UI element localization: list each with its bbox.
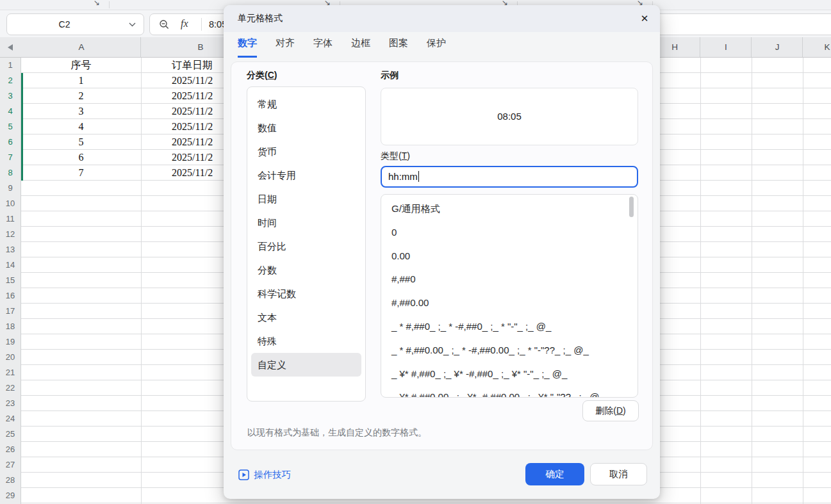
row-header[interactable]: 8 bbox=[0, 165, 21, 181]
category-option[interactable]: 百分比 bbox=[251, 234, 361, 258]
cell[interactable]: 1 bbox=[21, 73, 141, 88]
row-header[interactable]: 7 bbox=[0, 150, 21, 165]
row-header[interactable]: 20 bbox=[0, 350, 21, 365]
row-header[interactable]: 3 bbox=[0, 88, 21, 104]
delete-button[interactable]: 删除(D) bbox=[582, 400, 639, 421]
selection-indicator-bar bbox=[21, 73, 23, 181]
row-header[interactable]: 22 bbox=[0, 380, 21, 396]
fx-icon[interactable]: fx bbox=[181, 18, 188, 29]
category-option[interactable]: 自定义 bbox=[251, 353, 361, 377]
category-option[interactable]: 科学记数 bbox=[251, 282, 361, 305]
row-header[interactable]: 10 bbox=[0, 196, 21, 211]
row-header[interactable]: 23 bbox=[0, 396, 21, 411]
tab-protection[interactable]: 保护 bbox=[427, 37, 446, 58]
row-header[interactable]: 12 bbox=[0, 227, 21, 242]
row-header[interactable]: 5 bbox=[0, 119, 21, 134]
format-code-option[interactable]: 0.00 bbox=[381, 245, 638, 268]
column-header[interactable]: A bbox=[78, 37, 84, 57]
name-box[interactable]: C2 bbox=[6, 13, 144, 35]
dialog-launcher-icon[interactable]: ↘ bbox=[94, 0, 100, 8]
row-header[interactable]: 24 bbox=[0, 411, 21, 427]
category-option[interactable]: 文本 bbox=[251, 305, 361, 329]
category-label: 分类(C) bbox=[247, 70, 277, 81]
column-header-divider bbox=[802, 37, 803, 57]
ok-button[interactable]: 确定 bbox=[525, 463, 584, 485]
row-headers: 1234567891011121314151617181920212223242… bbox=[0, 58, 21, 504]
row-header[interactable]: 15 bbox=[0, 273, 21, 288]
chevron-down-icon[interactable] bbox=[129, 22, 136, 27]
type-label: 类型(T) bbox=[381, 150, 410, 162]
tips-link-label: 操作技巧 bbox=[254, 469, 291, 481]
tab-alignment[interactable]: 对齐 bbox=[276, 37, 295, 58]
row-header[interactable]: 14 bbox=[0, 257, 21, 273]
column-header[interactable]: B bbox=[197, 37, 203, 57]
row-header[interactable]: 19 bbox=[0, 334, 21, 350]
close-icon[interactable]: ✕ bbox=[637, 11, 652, 26]
column-header[interactable]: J bbox=[775, 37, 780, 57]
category-option[interactable]: 数值 bbox=[251, 116, 361, 140]
category-option[interactable]: 特殊 bbox=[251, 329, 361, 353]
column-header[interactable]: H bbox=[671, 37, 678, 57]
tab-border[interactable]: 边框 bbox=[351, 37, 370, 58]
example-label: 示例 bbox=[381, 70, 399, 81]
magnifier-minus-icon[interactable] bbox=[159, 19, 170, 30]
tab-pattern[interactable]: 图案 bbox=[389, 37, 408, 58]
format-code-option[interactable]: #,##0 bbox=[381, 268, 638, 291]
cell[interactable]: 3 bbox=[21, 104, 141, 119]
row-header[interactable]: 1 bbox=[0, 58, 21, 73]
cell[interactable]: 4 bbox=[21, 119, 141, 134]
category-option[interactable]: 会计专用 bbox=[251, 163, 361, 187]
scrollbar-thumb[interactable] bbox=[629, 197, 634, 217]
dialog-titlebar bbox=[224, 5, 660, 32]
category-option[interactable]: 日期 bbox=[251, 187, 361, 211]
cell[interactable]: 5 bbox=[21, 134, 141, 150]
tips-link[interactable]: 操作技巧 bbox=[238, 469, 291, 481]
text-caret bbox=[418, 171, 420, 182]
cell[interactable]: 2 bbox=[21, 88, 141, 104]
select-all-icon[interactable] bbox=[8, 44, 13, 51]
cell[interactable]: 7 bbox=[21, 165, 141, 181]
column-header[interactable]: I bbox=[725, 37, 727, 57]
row-header[interactable]: 13 bbox=[0, 242, 21, 257]
gridline bbox=[700, 58, 701, 504]
cancel-button[interactable]: 取消 bbox=[590, 463, 647, 485]
format-code-option[interactable]: _ ¥* #,##0_ ;_ ¥* -#,##0_ ;_ ¥* "-"_ ;_ … bbox=[381, 362, 638, 386]
row-header[interactable]: 29 bbox=[0, 488, 21, 503]
format-code-option[interactable]: G/通用格式 bbox=[381, 197, 638, 221]
format-code-option[interactable]: _ * #,##0_ ;_ * -#,##0_ ;_ * "-"_ ;_ @_ bbox=[381, 315, 638, 339]
category-option[interactable]: 时间 bbox=[251, 211, 361, 234]
row-header[interactable]: 6 bbox=[0, 134, 21, 150]
category-option[interactable]: 分数 bbox=[251, 258, 361, 282]
number-tab-panel: 分类(C) 常规数值货币会计专用日期时间百分比分数科学记数文本特殊自定义 示例 … bbox=[231, 61, 653, 450]
cell[interactable]: 序号 bbox=[21, 58, 141, 73]
format-code-option[interactable]: 0 bbox=[381, 221, 638, 245]
row-header[interactable]: 18 bbox=[0, 319, 21, 334]
format-code-option[interactable]: _ * #,##0.00_ ;_ * -#,##0.00_ ;_ * "-"??… bbox=[381, 339, 638, 362]
tab-font[interactable]: 字体 bbox=[313, 37, 333, 58]
column-header-divider bbox=[700, 37, 700, 57]
row-header[interactable]: 17 bbox=[0, 304, 21, 319]
example-value: 08:05 bbox=[381, 88, 638, 145]
row-header[interactable]: 11 bbox=[0, 211, 21, 227]
cell[interactable]: 6 bbox=[21, 150, 141, 165]
format-code-option[interactable]: _ ¥* #,##0.00_ ;_ ¥* -#,##0.00_ ;_ ¥* "-… bbox=[381, 386, 638, 398]
row-header[interactable]: 4 bbox=[0, 104, 21, 119]
column-header[interactable]: K bbox=[824, 37, 830, 57]
category-option[interactable]: 货币 bbox=[251, 140, 361, 163]
row-header[interactable]: 25 bbox=[0, 427, 21, 442]
row-header[interactable]: 9 bbox=[0, 181, 21, 196]
row-header[interactable]: 28 bbox=[0, 473, 21, 488]
row-header[interactable]: 26 bbox=[0, 442, 21, 457]
dialog-description: 以现有格式为基础，生成自定义的数字格式。 bbox=[247, 427, 427, 439]
category-option[interactable]: 常规 bbox=[251, 92, 361, 116]
type-input-value: hh:mm bbox=[388, 171, 418, 182]
play-video-icon bbox=[238, 469, 249, 480]
tab-number[interactable]: 数字 bbox=[238, 37, 257, 58]
row-header[interactable]: 27 bbox=[0, 457, 21, 473]
row-header[interactable]: 21 bbox=[0, 365, 21, 380]
type-input[interactable]: hh:mm bbox=[381, 166, 638, 188]
row-header[interactable]: 16 bbox=[0, 288, 21, 304]
format-code-option[interactable]: #,##0.00 bbox=[381, 291, 638, 315]
row-header[interactable]: 2 bbox=[0, 73, 21, 88]
column-header-divider bbox=[751, 37, 752, 57]
